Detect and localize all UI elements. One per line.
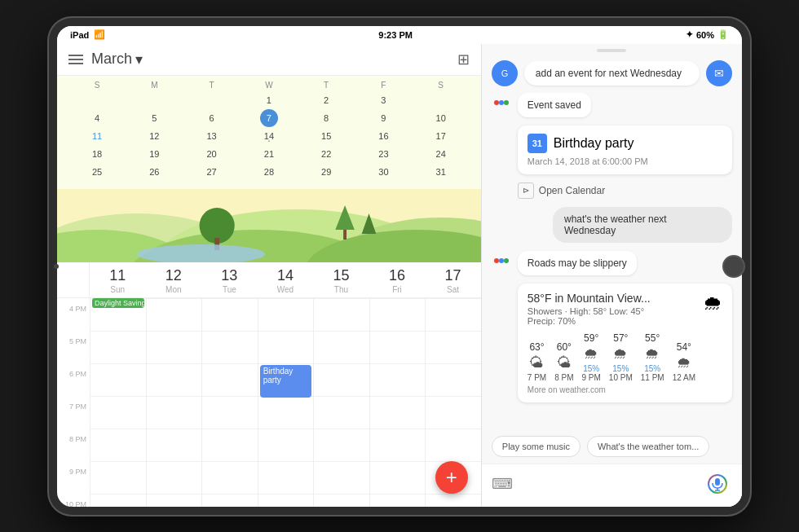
add-event-fab[interactable]: + xyxy=(435,461,468,494)
mic-button[interactable] xyxy=(703,469,732,499)
weather-subtitle: Showers · High: 58° Low: 45° xyxy=(528,306,651,316)
event-saved-bubble: Event saved xyxy=(518,93,591,117)
google-assistant-logo: G xyxy=(492,60,518,86)
mini-cal-grid: 1 2 3 4 5 6 7 8 9 10 11 12 xyxy=(68,91,470,181)
weather-title: 58°F in Mountain View... xyxy=(528,292,651,305)
weather-card[interactable]: 58°F in Mountain View... Showers · High:… xyxy=(518,284,732,402)
event-card-date: March 14, 2018 at 6:00:00 PM xyxy=(528,156,722,166)
home-button[interactable] xyxy=(722,255,745,278)
event-card-title: Birthday party xyxy=(554,136,634,151)
event-saved-row: Event saved xyxy=(492,93,732,117)
weather-icon: 🌧 xyxy=(703,292,722,314)
mini-calendar: S M T W T F S 1 2 xyxy=(57,76,481,189)
suggestion-music[interactable]: Play some music xyxy=(492,436,580,457)
battery-icon: 🔋 xyxy=(717,29,729,40)
calendar-illustration xyxy=(57,189,481,262)
weather-hour-10pm: 57° 🌧 15% 10 PM xyxy=(609,332,633,382)
weather-hourly: 63° 🌤 7 PM 60° 🌤 8 PM xyxy=(528,332,722,382)
week-day-fri[interactable]: 16 Fri xyxy=(369,262,426,297)
status-bar: iPad 📶 9:23 PM ✦ 60% 🔋 xyxy=(57,26,742,44)
time-gutter: 4 PM 5 PM 6 PM 7 PM 8 PM 9 PM 10 PM xyxy=(57,298,90,507)
assistant-panel: G add an event for next Wednesday ✉ xyxy=(482,44,742,507)
svg-point-17 xyxy=(504,100,509,105)
day-col-fri[interactable] xyxy=(369,298,426,507)
keyboard-icon[interactable]: ⌨ xyxy=(492,475,513,493)
ipad-label: iPad xyxy=(70,30,89,40)
cal-header-left: March ▾ xyxy=(68,51,143,68)
open-calendar-label: Open Calendar xyxy=(539,185,605,196)
weather-hour-7pm: 63° 🌤 7 PM xyxy=(528,341,546,382)
tablet-screen: iPad 📶 9:23 PM ✦ 60% 🔋 xyxy=(57,26,742,507)
mini-cal-dow: S M T W T F S xyxy=(68,81,470,90)
main-content: March ▾ ⊞ S M T W T F S xyxy=(57,44,742,507)
status-right: ✦ 60% 🔋 xyxy=(686,29,729,40)
handle-bar xyxy=(597,49,626,52)
assistant-top-bar: G add an event for next Wednesday ✉ xyxy=(482,57,742,93)
day-col-mon[interactable] xyxy=(146,298,202,507)
day-col-tue[interactable] xyxy=(201,298,258,507)
svg-point-16 xyxy=(499,100,504,105)
daylight-saving-event[interactable]: Daylight Saving xyxy=(92,298,144,308)
weather-query-row: what's the weather next Wednesday xyxy=(492,207,732,243)
day-col-wed[interactable]: Birthday party xyxy=(258,298,314,507)
assistant-input-bar: ⌨ xyxy=(482,464,742,507)
cal-header: March ▾ ⊞ xyxy=(57,44,481,76)
week-header: 11 Sun 12 Mon 13 Tue 14 Wed xyxy=(57,262,481,298)
query1-bubble: add an event for next Wednesday xyxy=(524,61,700,86)
hamburger-icon[interactable] xyxy=(68,55,83,64)
open-calendar-icon: ⊳ xyxy=(518,182,534,199)
day-col-sun[interactable]: Daylight Saving xyxy=(90,298,146,507)
calendar-panel: March ▾ ⊞ S M T W T F S xyxy=(57,44,482,507)
open-calendar-row[interactable]: ⊳ Open Calendar xyxy=(518,182,732,199)
mail-icon[interactable]: ✉ xyxy=(706,60,732,86)
wifi-icon: 📶 xyxy=(94,29,105,40)
assistant-messages: Event saved 31 Birthday party March 14, … xyxy=(482,93,742,429)
event-card[interactable]: 31 Birthday party March 14, 2018 at 6:00… xyxy=(518,125,732,174)
event-card-header: 31 Birthday party xyxy=(528,134,722,153)
weather-query-bubble: what's the weather next Wednesday xyxy=(553,207,732,243)
svg-rect-22 xyxy=(715,478,720,486)
svg-point-20 xyxy=(504,258,509,263)
week-day-tue[interactable]: 13 Tue xyxy=(201,262,258,297)
week-day-sun[interactable]: 11 Sun xyxy=(90,262,146,297)
week-day-sat[interactable]: 17 Sat xyxy=(425,262,481,297)
tablet-frame: iPad 📶 9:23 PM ✦ 60% 🔋 xyxy=(49,18,750,515)
month-title: March ▾ xyxy=(91,51,143,68)
svg-rect-10 xyxy=(343,230,347,240)
suggestion-chips: Play some music What's the weather tom..… xyxy=(482,429,742,464)
suggestion-weather-tomorrow[interactable]: What's the weather tom... xyxy=(587,436,709,457)
calendar-event-icon: 31 xyxy=(528,134,547,153)
week-day-thu[interactable]: 15 Thu xyxy=(313,262,369,297)
bluetooth-icon: ✦ xyxy=(686,29,693,40)
weather-link[interactable]: More on weather.com xyxy=(528,385,722,394)
week-grid: 4 PM 5 PM 6 PM 7 PM 8 PM 9 PM 10 PM Dayl… xyxy=(57,298,481,507)
calendar-grid-icon[interactable]: ⊞ xyxy=(457,51,470,68)
weather-hour-8pm: 60° 🌤 8 PM xyxy=(554,341,573,382)
svg-point-15 xyxy=(494,100,499,105)
weather-response-bubble: Roads may be slippery xyxy=(518,251,637,275)
weather-precip: Precip: 70% xyxy=(528,316,651,326)
panel-handle xyxy=(482,44,742,57)
weather-hour-11pm: 55° 🌧 15% 11 PM xyxy=(641,332,664,382)
svg-point-19 xyxy=(499,258,504,263)
weather-hour-9pm: 59° 🌧 15% 9 PM xyxy=(581,332,600,382)
time-display: 9:23 PM xyxy=(378,30,413,40)
google-assistant-icon xyxy=(492,93,511,112)
battery-percentage: 60% xyxy=(696,30,714,40)
day-col-thu[interactable] xyxy=(313,298,369,507)
status-left: iPad 📶 xyxy=(70,29,105,40)
week-day-wed[interactable]: 14 Wed xyxy=(258,262,314,297)
birthday-party-event[interactable]: Birthday party xyxy=(260,365,312,398)
camera-dot xyxy=(54,264,59,269)
google-assistant-icon2 xyxy=(492,251,511,270)
dropdown-arrow-icon: ▾ xyxy=(135,51,143,68)
svg-point-18 xyxy=(494,258,499,263)
svg-text:G: G xyxy=(501,68,509,78)
weather-response-row: Roads may be slippery xyxy=(492,251,732,275)
week-grid-container: 4 PM 5 PM 6 PM 7 PM 8 PM 9 PM 10 PM Dayl… xyxy=(57,298,481,507)
weather-hour-12am: 54° 🌧 12 AM xyxy=(673,341,695,382)
week-day-mon[interactable]: 12 Mon xyxy=(146,262,202,297)
